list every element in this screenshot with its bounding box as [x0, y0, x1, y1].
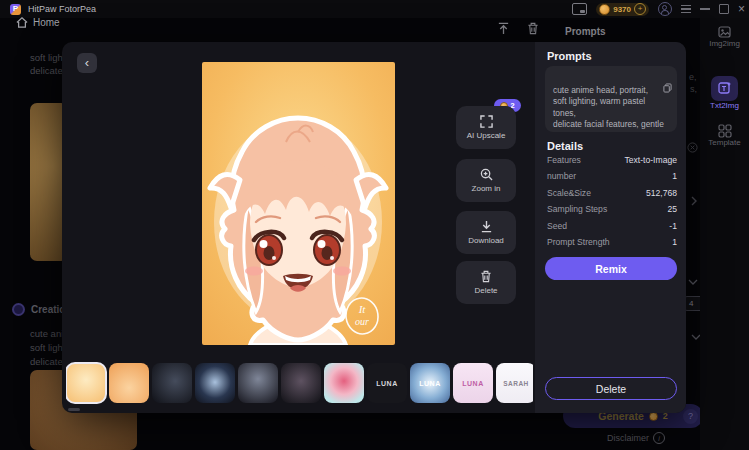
- ai-upscale-label: AI Upscale: [467, 131, 506, 140]
- bg-text-fragment: s,: [690, 84, 697, 94]
- delete-icon: [480, 270, 492, 283]
- thumbnail-luna-blue[interactable]: LUNA: [410, 363, 450, 403]
- template-icon: [718, 124, 732, 138]
- details-heading: Details: [547, 140, 583, 152]
- upload-icon[interactable]: [497, 22, 510, 35]
- clear-input-icon[interactable]: [687, 142, 698, 153]
- back-chevron-icon: ‹: [85, 56, 89, 69]
- details-table: Features Text-to-Image number 1 Scale&Si…: [547, 155, 677, 247]
- delete-outline-button[interactable]: Delete: [545, 377, 677, 400]
- disclaimer-label: Disclaimer: [607, 433, 649, 443]
- img2img-icon: [718, 26, 732, 39]
- home-icon: [16, 17, 28, 28]
- help-icon[interactable]: ?: [683, 409, 698, 424]
- sidebar-item-template[interactable]: Template: [700, 124, 749, 147]
- credits-count: 9370: [613, 5, 631, 14]
- bg-steps-value: 4: [689, 299, 693, 308]
- copy-icon[interactable]: [663, 71, 672, 104]
- thumbnail-strip: LUNA LUNA LUNA SARAH: [66, 360, 533, 406]
- sidebar-label-img2img: Img2img: [700, 39, 749, 48]
- disclaimer-link[interactable]: Disclaimer i: [607, 432, 665, 444]
- mini-window-icon[interactable]: [572, 3, 587, 15]
- thumbnail-dark-panther[interactable]: [152, 363, 192, 403]
- delete-action-label: Delete: [474, 286, 497, 295]
- sidebar-item-txt2img[interactable]: Txt2Img: [700, 81, 749, 110]
- bg-prompt-line: cute ani: [30, 328, 63, 339]
- titlebar: P HitPaw FotorPea 9370 + ×: [0, 0, 749, 18]
- download-button[interactable]: Download: [456, 211, 516, 254]
- detail-row-number: number 1: [547, 171, 677, 181]
- coin-icon: [599, 4, 610, 15]
- maximize-button[interactable]: [719, 4, 729, 14]
- sidebar-item-img2img[interactable]: Img2img: [700, 26, 749, 48]
- app-logo-icon: P: [10, 4, 21, 15]
- zoom-in-button[interactable]: Zoom in: [456, 159, 516, 202]
- sidebar-label-txt2img: Txt2Img: [700, 101, 749, 110]
- nav-home[interactable]: Home: [16, 17, 60, 28]
- minimize-button[interactable]: [700, 8, 710, 9]
- sidebar-label-template: Template: [700, 138, 749, 147]
- trash-icon[interactable]: [527, 22, 539, 35]
- add-credits-button[interactable]: +: [634, 3, 646, 15]
- credits-pill[interactable]: 9370 +: [596, 3, 649, 16]
- thumbnail-crystal-cat[interactable]: [238, 363, 278, 403]
- txt2img-icon: [718, 81, 732, 95]
- generated-image: It our: [202, 62, 395, 345]
- svg-text:It: It: [358, 303, 367, 315]
- thumbnail-luna-pink[interactable]: LUNA: [453, 363, 493, 403]
- detail-row-scale-size: Scale&Size 512,768: [547, 188, 677, 198]
- thumbnail-flower-bouquet[interactable]: [324, 363, 364, 403]
- zoom-in-icon: [480, 168, 493, 181]
- prompts-heading: Prompts: [547, 50, 592, 62]
- remix-button[interactable]: Remix: [545, 257, 677, 280]
- thumbnail-anime-girl[interactable]: [66, 363, 106, 403]
- close-button[interactable]: ×: [738, 3, 745, 15]
- zoom-in-label: Zoom in: [472, 184, 501, 193]
- detail-row-features: Features Text-to-Image: [547, 155, 677, 165]
- detail-row-sampling-steps: Sampling Steps 25: [547, 204, 677, 214]
- svg-text:our: our: [355, 316, 369, 327]
- account-icon[interactable]: [658, 2, 672, 16]
- upscale-icon: [480, 115, 493, 128]
- menu-icon[interactable]: [681, 5, 691, 13]
- creation-spinner-icon: [12, 303, 25, 316]
- delete-button[interactable]: Delete: [456, 261, 516, 304]
- back-button[interactable]: ‹: [77, 53, 97, 73]
- bg-prompt-line: soft ligh: [30, 52, 63, 63]
- bg-prompt-line: soft ligh: [30, 342, 63, 353]
- prompt-text[interactable]: cute anime head, portrait, soft lighting…: [545, 66, 677, 132]
- thumbnail-luna-dark[interactable]: LUNA: [367, 363, 407, 403]
- app-window: P HitPaw FotorPea 9370 + × Home soft lig…: [0, 0, 749, 450]
- thumbnail-ice-wolf[interactable]: [195, 363, 235, 403]
- bg-prompt-line: delicate: [30, 356, 63, 367]
- download-icon: [480, 220, 493, 233]
- bg-prompt-line: delicate: [30, 65, 63, 76]
- bg-prompts-heading: Prompts: [565, 26, 606, 37]
- download-label: Download: [468, 236, 504, 245]
- thumbnail-anime-face-closeup[interactable]: [109, 363, 149, 403]
- info-icon: i: [653, 432, 665, 444]
- chevron-right-icon[interactable]: [691, 196, 697, 206]
- bg-text-fragment: e,: [689, 72, 697, 82]
- app-title: HitPaw FotorPea: [28, 4, 96, 14]
- detail-row-prompt-strength: Prompt Strength 1: [547, 237, 677, 247]
- prompt-text-value: cute anime head, portrait, soft lighting…: [553, 85, 664, 132]
- strip-scrollbar[interactable]: [68, 408, 80, 411]
- mode-sidebar: Img2img Txt2Img Template: [700, 18, 749, 450]
- detail-row-seed: Seed -1: [547, 221, 677, 231]
- thumbnail-crystal-lion[interactable]: [281, 363, 321, 403]
- nav-home-label: Home: [33, 17, 60, 28]
- image-detail-modal: ‹: [62, 42, 686, 413]
- chevron-down-icon[interactable]: [688, 279, 698, 285]
- thumbnail-sarah-card[interactable]: SARAH: [496, 363, 533, 403]
- ai-upscale-button[interactable]: AI Upscale: [456, 106, 516, 149]
